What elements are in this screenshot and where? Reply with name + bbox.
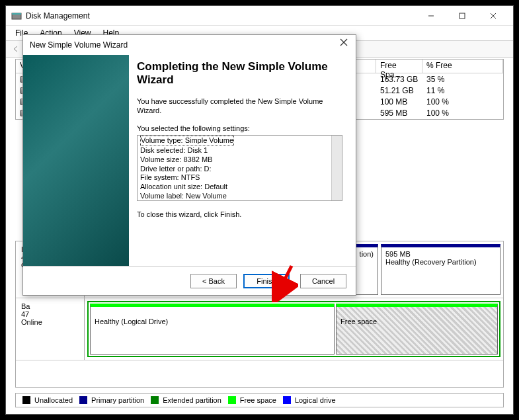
back-button[interactable]: < Back [190,274,237,288]
close-button[interactable] [478,7,508,25]
wizard-title[interactable]: New Simple Volume Wizard [23,35,356,55]
wizard-settings-list[interactable]: Volume type: Simple Volume Disk selected… [137,135,342,201]
col-freespace[interactable]: Free Spa... [376,60,422,73]
swatch-unallocated [22,396,30,404]
wizard-text: You have successfully completed the New … [137,97,342,116]
scrollbar[interactable] [331,136,342,200]
logical-drive-partition[interactable]: Healthy (Logical Drive) [90,304,335,355]
wizard-dialog: New Simple Volume Wizard Completing the … [22,34,356,296]
app-icon [11,11,22,21]
back-icon[interactable] [9,42,23,56]
legend: Unallocated Primary partition Extended p… [15,393,504,407]
finish-button[interactable]: Finish [243,274,290,288]
maximize-button[interactable] [447,7,477,25]
cancel-button[interactable]: Cancel [300,274,346,288]
minimize-button[interactable] [416,7,446,25]
disk-management-window: Disk Management File Action View Help ? … [5,5,514,415]
swatch-logical [283,396,291,404]
swatch-free [228,396,236,404]
col-pctfree[interactable]: % Free [422,60,503,73]
wizard-heading: Completing the New Simple Volume Wizard [137,60,342,87]
window-title: Disk Management [26,11,416,21]
wizard-close-button[interactable] [336,38,352,51]
free-space-partition[interactable]: Free space [336,304,498,355]
wizard-text: To close this wizard, click Finish. [137,210,342,218]
disk1-label[interactable]: Ba 47 Online [16,298,85,360]
swatch-primary [79,396,87,404]
wizard-sidebar-image [23,55,129,266]
swatch-extended [151,396,159,404]
svg-rect-3 [459,13,465,19]
titlebar[interactable]: Disk Management [6,6,513,26]
wizard-text: You selected the following settings: [137,124,342,132]
recovery-partition[interactable]: 595 MB Healthy (Recovery Partition) [381,244,500,295]
svg-rect-1 [12,13,21,15]
